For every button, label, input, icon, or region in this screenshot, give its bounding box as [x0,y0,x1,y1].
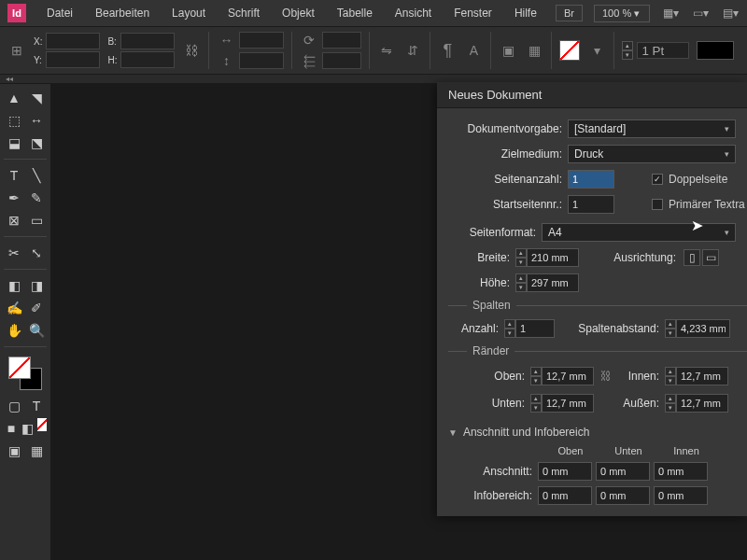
flip-v-icon[interactable]: ⇵ [403,41,422,60]
arrange-icon[interactable]: ▤▾ [721,5,740,21]
paragraph-icon[interactable]: ¶ [438,41,457,60]
margin-outside-input[interactable] [676,394,728,413]
width-input[interactable] [527,248,579,267]
stroke-style-swatch[interactable] [697,41,734,60]
h-input[interactable] [120,51,175,68]
bridge-button[interactable]: Br [556,5,583,21]
margin-inside-label: Innen: [618,370,665,383]
gutter-spinner[interactable]: ▴▾ [665,319,676,338]
col-count-input[interactable] [515,319,555,338]
disclosure-icon[interactable]: ▼ [448,427,458,438]
height-input[interactable] [527,273,579,292]
menu-view[interactable]: Ansicht [386,3,441,23]
margin-outside-spinner[interactable]: ▴▾ [665,394,676,413]
rotate-input[interactable] [322,32,361,49]
free-transform-tool[interactable]: ⤡ [26,243,47,263]
shear-input[interactable] [322,52,361,69]
formatting-container-icon[interactable]: ▢ [4,396,24,416]
fill-stroke-swatch[interactable] [8,357,42,390]
scissors-tool[interactable]: ✂ [4,243,24,263]
link-margins-icon[interactable]: ⛓ [599,365,613,387]
normal-view-icon[interactable]: ▣ [4,441,24,461]
stroke-weight-input[interactable] [637,42,689,59]
type-tool[interactable]: T [4,165,24,186]
margin-inside-input[interactable] [676,367,728,385]
gradient-feather-tool[interactable]: ◨ [26,275,47,296]
view-options-icon[interactable]: ▦▾ [661,5,680,21]
y-input[interactable] [46,51,100,68]
margin-bottom-spinner[interactable]: ▴▾ [530,394,542,413]
slug-inside-input[interactable] [654,486,708,505]
stroke-weight-spinner[interactable]: ▴▾ [622,41,633,60]
scale-y-input[interactable] [239,52,284,69]
reference-point-icon[interactable]: ⊞ [7,41,26,60]
col-top-header: Oben [542,445,599,456]
flip-h-icon[interactable]: ⇋ [377,41,396,60]
pen-tool[interactable]: ✒ [4,188,24,208]
fill-none-swatch[interactable] [559,40,580,61]
note-tool[interactable]: ✍ [4,298,24,318]
text-wrap2-icon[interactable]: ▦ [525,41,543,60]
menu-table[interactable]: Tabelle [328,3,382,23]
constrain-icon[interactable]: ⛓ [182,41,201,60]
menu-layout[interactable]: Layout [162,3,215,23]
line-tool[interactable]: ╲ [26,165,47,186]
content-placer-tool[interactable]: ⬔ [26,133,47,153]
apply-gradient-icon[interactable]: ◧ [21,418,35,439]
menu-edit[interactable]: Bearbeiten [86,3,159,23]
gap-tool[interactable]: ↔ [26,110,47,131]
screen-mode-icon[interactable]: ▭▾ [691,5,710,21]
bleed-inside-input[interactable] [654,462,708,481]
content-collector-tool[interactable]: ⬓ [4,133,24,153]
width-spinner[interactable]: ▴▾ [515,248,527,267]
eyedropper-tool[interactable]: ✐ [26,298,47,318]
orientation-portrait[interactable]: ▯ [684,249,700,266]
gutter-input[interactable] [676,319,730,338]
format-select[interactable]: A4 [542,223,736,242]
hand-tool[interactable]: ✋ [4,320,24,341]
intent-select[interactable]: Druck [568,145,736,163]
pencil-tool[interactable]: ✎ [26,188,47,208]
preview-icon[interactable]: ▦ [26,441,47,461]
menu-type[interactable]: Schrift [218,3,269,23]
scale-x-input[interactable] [239,32,284,49]
menu-object[interactable]: Objekt [273,3,324,23]
slug-bottom-input[interactable] [596,486,650,505]
x-input[interactable] [46,33,100,49]
margin-inside-spinner[interactable]: ▴▾ [665,367,676,385]
pages-input[interactable] [568,170,614,189]
primary-textframe-checkbox[interactable]: Primärer Textra [652,198,745,211]
apply-none-icon[interactable] [37,418,47,431]
slug-top-input[interactable] [538,486,592,505]
margin-top-spinner[interactable]: ▴▾ [530,367,542,385]
menu-window[interactable]: Fenster [444,3,501,23]
startpage-input[interactable] [568,195,614,214]
bleed-bottom-input[interactable] [596,462,650,481]
margin-bottom-input[interactable] [542,394,594,413]
facing-pages-checkbox[interactable]: ✓Doppelseite [652,173,727,186]
page-tool[interactable]: ⬚ [4,110,24,131]
text-wrap-icon[interactable]: ▣ [499,41,517,60]
bleed-top-input[interactable] [538,462,592,481]
w-label: B: [107,36,116,47]
menu-file[interactable]: Datei [37,3,82,23]
preset-select[interactable]: [Standard] [568,119,736,138]
selection-tool[interactable]: ▲ [4,88,24,108]
margin-top-input[interactable] [542,367,594,385]
direct-selection-tool[interactable]: ◥ [26,88,47,108]
menu-help[interactable]: Hilfe [505,3,546,23]
formatting-text-icon[interactable]: T [26,396,47,416]
zoom-tool[interactable]: 🔍 [26,320,47,341]
char-icon[interactable]: A [464,41,483,60]
col-count-spinner[interactable]: ▴▾ [504,319,515,338]
rectangle-frame-tool[interactable]: ⊠ [4,210,24,231]
zoom-level[interactable]: 100 % ▾ [594,5,650,22]
dialog-title: Neues Dokument [437,82,747,108]
height-spinner[interactable]: ▴▾ [515,273,527,292]
fill-dropdown-icon[interactable]: ▾ [587,41,606,60]
w-input[interactable] [120,33,175,49]
rectangle-tool[interactable]: ▭ [26,210,47,231]
apply-color-icon[interactable]: ■ [4,418,19,439]
orientation-landscape[interactable]: ▭ [702,249,719,266]
gradient-swatch-tool[interactable]: ◧ [4,275,24,296]
